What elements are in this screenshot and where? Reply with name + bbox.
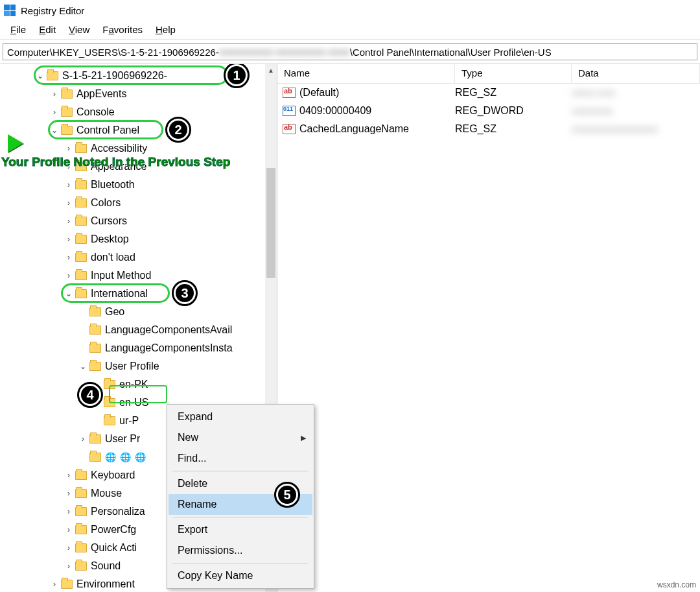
folder-icon <box>75 289 87 298</box>
value-data: xxxxx xxxx <box>572 88 700 98</box>
folder-icon <box>75 217 87 226</box>
tree-item[interactable]: ›don't load <box>0 248 277 266</box>
menubar: File Edit View Favorites Help <box>0 21 700 38</box>
ctx-expand[interactable]: Expand <box>169 407 312 427</box>
chevron-icon[interactable]: › <box>78 434 88 444</box>
tree-item[interactable]: ›Colors <box>0 194 277 212</box>
chevron-icon[interactable]: ⌄ <box>64 289 74 298</box>
folder-icon <box>61 126 73 135</box>
chevron-icon[interactable]: › <box>49 108 60 117</box>
tree-label: Console <box>76 106 115 118</box>
ctx-new[interactable]: New <box>169 427 312 448</box>
chevron-icon[interactable]: ⌄ <box>49 126 60 135</box>
chevron-icon[interactable]: › <box>64 235 74 244</box>
folder-icon <box>75 198 87 207</box>
tree-label: Control Panel <box>76 124 139 136</box>
menu-favorites[interactable]: Favorites <box>96 23 149 36</box>
tree-label: International <box>91 288 148 300</box>
scroll-thumb[interactable] <box>266 168 275 278</box>
tree-label: Environment <box>76 578 135 590</box>
context-menu: Expand New Find... Delete Rename Export … <box>167 404 314 589</box>
tree-label: Quick Acti <box>91 542 137 554</box>
value-name: CachedLanguageName <box>299 123 455 135</box>
window-title: Registry Editor <box>21 5 84 16</box>
value-data: xxxxxxxxx <box>572 106 700 116</box>
chevron-icon[interactable]: › <box>64 471 74 480</box>
menu-view[interactable]: View <box>62 23 96 36</box>
ctx-copykey[interactable]: Copy Key Name <box>169 565 312 586</box>
folder-icon <box>75 235 87 244</box>
tree-item[interactable]: Geo <box>0 303 277 321</box>
value-name: 0409:00000409 <box>299 105 455 117</box>
tree-label: User Pr <box>105 433 140 445</box>
list-row[interactable]: (Default)REG_SZxxxxx xxxx <box>277 84 700 102</box>
tree-international[interactable]: ⌄International <box>0 285 277 303</box>
tree-label: S-1-5-21-1906969226- <box>62 70 167 82</box>
list-row[interactable]: CachedLanguageNameREG_SZxxxxxxxxxxxxxxxx… <box>277 120 700 138</box>
chevron-icon[interactable]: › <box>64 489 74 498</box>
folder-icon <box>89 434 101 444</box>
chevron-icon[interactable]: › <box>64 144 74 153</box>
tree-item[interactable]: LanguageComponentsInsta <box>0 339 277 357</box>
col-data[interactable]: Data <box>572 64 700 83</box>
col-name[interactable]: Name <box>277 64 455 83</box>
chevron-icon[interactable]: › <box>64 562 74 571</box>
tree-sid[interactable]: ⌄S-1-5-21-1906969226- <box>0 67 277 85</box>
chevron-icon[interactable]: › <box>49 89 60 99</box>
value-icon <box>283 106 296 116</box>
menu-file[interactable]: File <box>4 23 32 36</box>
value-icon <box>283 124 296 134</box>
tree-user-profile[interactable]: ⌄User Profile <box>0 357 277 375</box>
list-pane: Name Type Data (Default)REG_SZxxxxx xxxx… <box>277 64 700 592</box>
value-type: REG_DWORD <box>455 105 572 117</box>
chevron-icon[interactable]: ⌄ <box>78 362 88 371</box>
chevron-icon[interactable]: › <box>64 253 74 262</box>
tree-label: LanguageComponentsAvail <box>105 324 232 336</box>
globe-icon: 🌐 🌐 🌐 <box>105 452 146 462</box>
chevron-icon[interactable]: › <box>64 271 74 280</box>
tree-item[interactable]: ›Console <box>0 103 277 121</box>
folder-icon <box>75 180 87 189</box>
chevron-icon[interactable]: › <box>64 180 74 189</box>
chevron-icon[interactable]: ⌄ <box>35 71 45 80</box>
tree-label: Desktop <box>91 233 129 245</box>
ctx-rename[interactable]: Rename <box>169 494 312 515</box>
ctx-find[interactable]: Find... <box>169 448 312 469</box>
chevron-icon[interactable]: › <box>64 507 74 516</box>
annotation-text: Your Profile Noted in the Previous Step <box>1 155 230 169</box>
tree-label: Cursors <box>91 215 127 227</box>
ctx-permissions[interactable]: Permissions... <box>169 540 312 561</box>
tree-item[interactable]: ›Cursors <box>0 212 277 230</box>
chevron-icon[interactable]: › <box>64 525 74 534</box>
folder-icon <box>75 562 87 571</box>
tree-label: Bluetooth <box>91 179 135 191</box>
address-prefix: Computer\HKEY_USERS\S-1-5-21-1906969226- <box>7 47 219 58</box>
tree-label: Personaliza <box>91 506 145 517</box>
folder-icon <box>89 362 101 371</box>
tree-item[interactable]: ›Bluetooth <box>0 176 277 194</box>
list-row[interactable]: 0409:00000409REG_DWORDxxxxxxxxx <box>277 102 700 120</box>
tree-item[interactable]: ›Input Method <box>0 266 277 285</box>
chevron-icon[interactable]: › <box>64 543 74 552</box>
tree-label: Input Method <box>91 270 151 281</box>
col-type[interactable]: Type <box>455 64 572 83</box>
tree-control-panel[interactable]: ⌄Control Panel <box>0 121 277 139</box>
ctx-sep1 <box>172 471 309 471</box>
menu-edit[interactable]: Edit <box>32 23 62 36</box>
folder-icon <box>75 144 87 153</box>
folder-icon <box>75 253 87 262</box>
address-input[interactable]: Computer\HKEY_USERS\S-1-5-21-1906969226-… <box>3 43 697 60</box>
tree-label: User Profile <box>105 361 159 372</box>
chevron-icon[interactable]: › <box>64 198 74 207</box>
ctx-export[interactable]: Export <box>169 519 312 540</box>
chevron-icon[interactable]: › <box>64 217 74 226</box>
ctx-delete[interactable]: Delete <box>169 473 312 494</box>
menu-help[interactable]: Help <box>149 23 182 36</box>
scroll-up-icon[interactable]: ▲ <box>265 64 277 76</box>
folder-icon <box>89 307 101 316</box>
ctx-sep2 <box>172 517 309 517</box>
tree-item[interactable]: ›AppEvents <box>0 85 277 103</box>
chevron-icon[interactable]: › <box>49 580 60 589</box>
tree-item[interactable]: LanguageComponentsAvail <box>0 321 277 339</box>
tree-item[interactable]: ›Desktop <box>0 230 277 248</box>
